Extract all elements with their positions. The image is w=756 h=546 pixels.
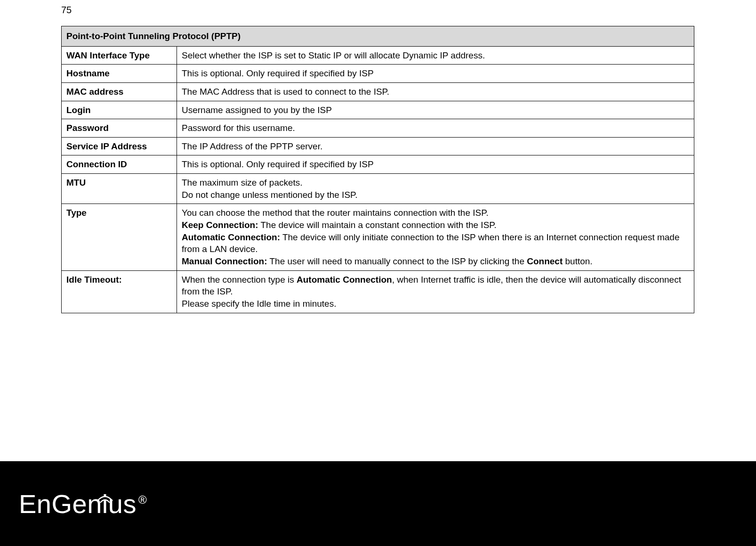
table-row: Connection ID This is optional. Only req… <box>62 155 694 174</box>
row-label: MAC address <box>62 82 177 101</box>
row-label: Type <box>62 204 177 270</box>
footer: EnGenius® <box>0 461 756 546</box>
row-label: Service IP Address <box>62 137 177 155</box>
row-label: Password <box>62 119 177 138</box>
row-desc: You can choose the method that the route… <box>177 204 694 270</box>
logo-gen: Gen <box>52 489 102 519</box>
row-label: Idle Timeout: <box>62 270 177 313</box>
table-row: Service IP Address The IP Address of the… <box>62 137 694 155</box>
engenius-logo: EnGenius® <box>19 489 147 519</box>
row-desc: Username assigned to you by the ISP <box>177 101 694 119</box>
table-body: WAN Interface Type Select whether the IS… <box>62 46 694 313</box>
row-desc: Password for this username. <box>177 119 694 138</box>
table-row: Type You can choose the method that the … <box>62 204 694 270</box>
logo-i: i <box>102 489 108 519</box>
pptp-table: Point-to-Point Tunneling Protocol (PPTP)… <box>61 26 694 313</box>
wifi-icon <box>96 480 114 494</box>
row-desc: When the connection type is Automatic Co… <box>177 270 694 313</box>
row-desc: The maximum size of packets.Do not chang… <box>177 174 694 204</box>
row-desc: The MAC Address that is used to connect … <box>177 82 694 101</box>
row-desc: The IP Address of the PPTP server. <box>177 137 694 155</box>
logo-en: En <box>19 489 52 519</box>
table-row: MTU The maximum size of packets.Do not c… <box>62 174 694 204</box>
registered-icon: ® <box>138 493 147 506</box>
page-number: 75 <box>61 5 72 16</box>
content-area: Point-to-Point Tunneling Protocol (PPTP)… <box>61 26 694 313</box>
table-title: Point-to-Point Tunneling Protocol (PPTP) <box>62 26 694 47</box>
row-desc: Select whether the ISP is set to Static … <box>177 46 694 65</box>
row-desc: This is optional. Only required if speci… <box>177 155 694 174</box>
row-label: Hostname <box>62 65 177 83</box>
row-label: Connection ID <box>62 155 177 174</box>
table-row: Password Password for this username. <box>62 119 694 138</box>
row-label: Login <box>62 101 177 119</box>
table-row: MAC address The MAC Address that is used… <box>62 82 694 101</box>
table-row: WAN Interface Type Select whether the IS… <box>62 46 694 65</box>
table-row: Hostname This is optional. Only required… <box>62 65 694 83</box>
table-row: Login Username assigned to you by the IS… <box>62 101 694 119</box>
row-label: WAN Interface Type <box>62 46 177 65</box>
row-label: MTU <box>62 174 177 204</box>
row-desc: This is optional. Only required if speci… <box>177 65 694 83</box>
table-row: Idle Timeout: When the connection type i… <box>62 270 694 313</box>
